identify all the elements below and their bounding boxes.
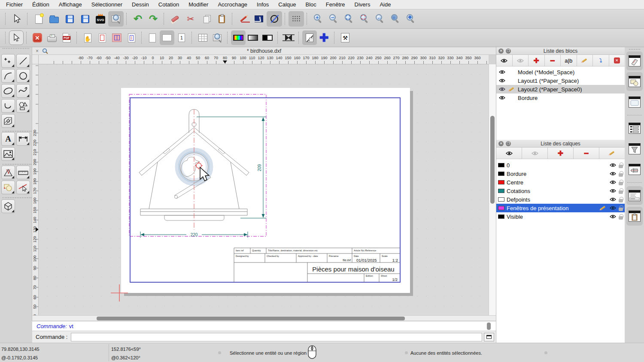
layer-row-fenetres[interactable]: Fenêtres de présentation: [496, 204, 625, 212]
page-borders-button[interactable]: [95, 30, 109, 45]
hide-all-layers-button[interactable]: [522, 148, 548, 159]
eye-icon[interactable]: [498, 96, 506, 100]
pick-entity-tool[interactable]: [16, 181, 30, 194]
blackwhite-mode-button[interactable]: [260, 30, 275, 45]
dock-viewport-icon[interactable]: [626, 93, 643, 112]
text-tool[interactable]: A: [1, 132, 15, 146]
show-all-blocks-button[interactable]: [496, 55, 513, 66]
layer-lock-icon[interactable]: [619, 180, 623, 185]
menu-accrochage[interactable]: Accrochage: [218, 1, 247, 8]
export-pdf-button[interactable]: PDF: [59, 30, 74, 45]
layer-row-cotations[interactable]: Cotations: [496, 187, 625, 195]
layer-row-defpoints[interactable]: Defpoints: [496, 195, 625, 204]
drawing-canvas[interactable]: Item ref Quantity Title/Name, destinatio…: [39, 64, 489, 315]
zoom-window-button[interactable]: [388, 11, 403, 27]
layer-color-swatch[interactable]: [498, 172, 504, 176]
print-button[interactable]: [45, 30, 59, 45]
dock-blocks-icon[interactable]: [626, 51, 643, 70]
point-tool[interactable]: [1, 54, 15, 68]
add-layer-button[interactable]: ✚: [548, 148, 574, 159]
layer-visibility-icon[interactable]: [609, 214, 617, 219]
menu-bloc[interactable]: Bloc: [305, 1, 316, 8]
distance-measure-button[interactable]: [251, 11, 267, 27]
hide-all-blocks-button[interactable]: [513, 55, 529, 66]
block-row-layout1[interactable]: Layout1 (*Paper_Space): [496, 76, 625, 85]
image-tool[interactable]: [1, 147, 15, 161]
solid-3d-tool[interactable]: [1, 199, 15, 213]
open-document-button[interactable]: [46, 11, 62, 27]
layer-lock-icon[interactable]: [619, 197, 623, 202]
menu-fenetre[interactable]: Fenêtre: [326, 1, 345, 8]
landscape-button[interactable]: [160, 30, 174, 45]
menu-infos[interactable]: Infos: [257, 1, 269, 8]
zoom-in-button[interactable]: +: [310, 11, 326, 27]
zoom-out-button[interactable]: −: [326, 11, 341, 27]
command-window-toggle-button[interactable]: [484, 333, 494, 341]
drawing-preferences-button[interactable]: ⚒: [338, 30, 352, 45]
dock-clipboard-icon[interactable]: [626, 207, 643, 226]
selection-cursor-button[interactable]: [9, 11, 24, 27]
block-row-layout2[interactable]: Layout2 (*Paper_Space0): [496, 85, 625, 94]
edit-layer-button[interactable]: [599, 148, 625, 159]
paste-button[interactable]: [214, 11, 229, 27]
layer-visibility-icon[interactable]: [609, 206, 617, 210]
block-row-bordure[interactable]: Bordure: [496, 94, 625, 102]
single-page-button[interactable]: 1: [174, 30, 189, 45]
menu-fichier[interactable]: Fichier: [6, 1, 23, 8]
circle-tool[interactable]: [16, 69, 30, 83]
layer-row-0[interactable]: 0: [496, 161, 625, 169]
save-as-button[interactable]: [77, 11, 93, 27]
close-preview-button[interactable]: ✕: [30, 30, 45, 45]
block-row-model[interactable]: Model (*Model_Space): [496, 68, 625, 76]
remove-block-button[interactable]: ━: [545, 55, 561, 66]
layer-color-swatch[interactable]: [498, 214, 504, 219]
hairline-mode-button[interactable]: [281, 30, 296, 45]
horizontal-scrollbar[interactable]: 10 < 100: [32, 315, 496, 321]
dock-notifications-icon[interactable]: [626, 160, 643, 179]
menu-cotation[interactable]: Cotation: [158, 1, 179, 8]
blocks-panel-header[interactable]: ✕ ❐ Liste des blocs: [496, 47, 625, 55]
layer-lock-icon[interactable]: [619, 214, 623, 220]
layer-lock-icon[interactable]: [619, 163, 623, 168]
arc-tool[interactable]: [1, 69, 15, 83]
vertical-scrollbar-thumb[interactable]: [490, 116, 495, 204]
preview-cursor-button[interactable]: [9, 30, 24, 45]
layer-visibility-icon[interactable]: [609, 180, 617, 184]
region-tool[interactable]: [1, 181, 15, 194]
layer-lock-icon[interactable]: [619, 188, 623, 194]
ellipse-tool[interactable]: [1, 84, 15, 98]
layer-color-swatch[interactable]: [498, 197, 504, 202]
grid-toggle-button[interactable]: [289, 11, 304, 27]
svg-export-button[interactable]: SVG: [93, 11, 108, 27]
undo-button[interactable]: ↶: [130, 11, 146, 27]
portrait-button[interactable]: [145, 30, 160, 45]
hatch-tool[interactable]: [1, 114, 15, 128]
layer-lock-icon[interactable]: [619, 171, 623, 177]
dock-properties-icon[interactable]: [626, 119, 643, 138]
layer-color-swatch[interactable]: [498, 206, 504, 210]
full-color-mode-button[interactable]: [231, 30, 246, 45]
menu-calque[interactable]: Calque: [278, 1, 296, 8]
add-block-button[interactable]: ✚: [529, 55, 545, 66]
measure-tool[interactable]: [16, 166, 30, 179]
cut-button[interactable]: ✂: [183, 11, 198, 27]
viewport-toggle-button[interactable]: [302, 30, 317, 45]
layer-color-swatch[interactable]: [498, 180, 504, 184]
remove-layer-button[interactable]: ━: [574, 148, 599, 159]
zoom-previous-button[interactable]: ←: [372, 11, 388, 27]
vertical-scrollbar[interactable]: [489, 64, 496, 315]
draw-freehand-button[interactable]: [236, 11, 251, 27]
layer-visibility-icon[interactable]: [609, 189, 617, 193]
layer-row-bordure[interactable]: Bordure: [496, 169, 625, 178]
print-crop-marks-button[interactable]: [109, 30, 124, 45]
print-preview-button[interactable]: [108, 11, 124, 27]
menu-aide[interactable]: Aide: [380, 1, 391, 8]
redo-button[interactable]: ↷: [146, 11, 161, 27]
layer-visibility-icon[interactable]: [609, 172, 617, 176]
pan-button[interactable]: ✥: [403, 11, 419, 27]
command-input[interactable]: [71, 333, 482, 341]
menu-dessin[interactable]: Dessin: [132, 1, 149, 8]
auto-fit-drawing-button[interactable]: [124, 30, 139, 45]
circle-diagonal-button[interactable]: [267, 11, 282, 27]
copy-button[interactable]: [198, 11, 214, 27]
